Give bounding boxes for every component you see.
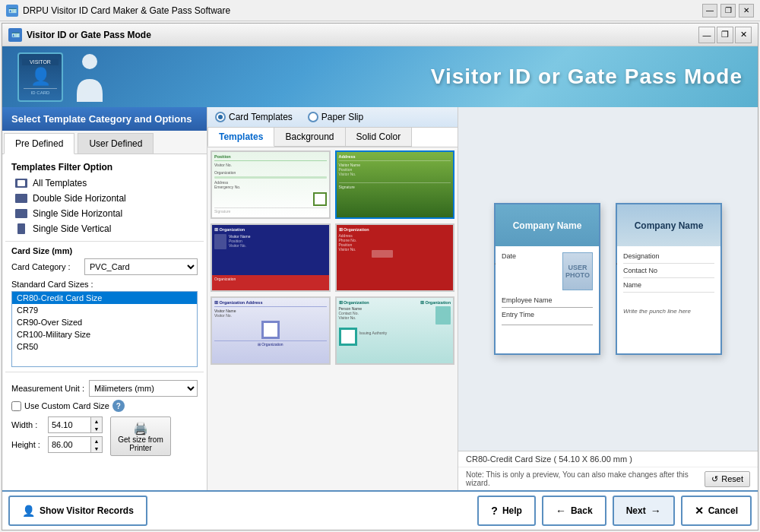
back-icon: ← xyxy=(556,505,566,517)
card-size-label: Card Size (mm) xyxy=(11,246,198,255)
measurement-select[interactable]: Milimeters (mm) xyxy=(89,380,198,397)
back-button[interactable]: ← Back xyxy=(542,496,606,526)
height-input-wrap: ▲ ▼ xyxy=(48,436,103,453)
maximize-button[interactable]: ❐ xyxy=(720,4,736,17)
width-input[interactable] xyxy=(49,417,90,432)
size-cr50[interactable]: CR50 xyxy=(12,340,197,353)
filter-single-vertical[interactable]: Single Side Vertical xyxy=(11,221,198,236)
custom-checkbox-input[interactable] xyxy=(11,401,21,411)
filter-double-label: Double Side Horizontal xyxy=(33,193,126,204)
single-horizontal-icon xyxy=(14,208,28,219)
card1-entry-field: Entry Time xyxy=(502,311,593,318)
filter-single-v-label: Single Side Vertical xyxy=(33,223,111,234)
main-content: Select Template Category and Options Pre… xyxy=(2,107,758,490)
double-horizontal-icon xyxy=(14,193,28,204)
tab-templates[interactable]: Templates xyxy=(207,128,274,147)
header-banner: VISITOR 👤 ID CARD Visitor ID or Gate Pas… xyxy=(2,46,758,107)
cancel-label: Cancel xyxy=(708,505,738,516)
help-icon[interactable]: ? xyxy=(112,400,125,412)
width-input-wrap: ▲ ▼ xyxy=(48,416,103,433)
app-icon: 🪪 xyxy=(6,5,18,17)
help-button[interactable]: ? Help xyxy=(477,496,536,526)
card2-top-band: Company Name xyxy=(617,204,720,246)
filter-single-horizontal[interactable]: Single Side Horizontal xyxy=(11,206,198,221)
measurement-row: Measurement Unit : Milimeters (mm) xyxy=(11,380,198,397)
window-icon: 🪪 xyxy=(8,28,22,42)
width-spin-up[interactable]: ▲ xyxy=(91,417,102,425)
next-button[interactable]: Next → xyxy=(613,496,675,526)
window-close-btn[interactable]: ✕ xyxy=(735,27,752,43)
card-category-select[interactable]: PVC_Card xyxy=(84,258,198,275)
templates-grid: Position Visitor No. Organization Addres… xyxy=(207,147,458,490)
card2-contact-field: Contact No xyxy=(623,267,714,274)
window-title: Visitor ID or Gate Pass Mode xyxy=(27,30,698,40)
tab-solid-color[interactable]: Solid Color xyxy=(346,128,413,147)
size-cr80[interactable]: CR80-Credit Card Size xyxy=(12,292,197,304)
size-cr90[interactable]: CR90-Over Sized xyxy=(12,316,197,328)
tab-background[interactable]: Background xyxy=(274,128,345,147)
filter-section: Templates Filter Option All Templates xyxy=(5,157,204,242)
size-cr79[interactable]: CR79 xyxy=(12,304,197,316)
card1-top-band: Company Name xyxy=(496,204,599,246)
height-spin-down[interactable]: ▼ xyxy=(91,445,102,452)
height-input[interactable] xyxy=(49,437,90,452)
title-bar: 🪪 DRPU Visitor ID Card Maker & Gate Pass… xyxy=(0,0,760,21)
card-templates-radio[interactable]: Card Templates xyxy=(215,112,293,122)
paper-slip-radio[interactable]: Paper Slip xyxy=(308,112,363,122)
tab-pre-defined[interactable]: Pre Defined xyxy=(4,133,74,154)
card1-employee-field: Employee Name xyxy=(502,296,593,304)
entry-label: Entry Time xyxy=(502,311,534,318)
tab-user-defined[interactable]: User Defined xyxy=(78,133,154,154)
filter-all-templates[interactable]: All Templates xyxy=(11,176,198,191)
templates-row-3: ⊞ Organization Address Visitor Name Visi… xyxy=(211,296,454,365)
filter-double-horizontal[interactable]: Double Side Horizontal xyxy=(11,191,198,206)
visitor-text: VISITOR xyxy=(22,59,59,65)
templates-panel: Card Templates Paper Slip Templates Back… xyxy=(207,107,458,490)
show-visitor-records-button[interactable]: 👤 Show Visitor Records xyxy=(8,496,147,526)
card1-company-name: Company Name xyxy=(513,220,582,231)
card-size-section: Card Size (mm) Card Category : PVC_Card … xyxy=(5,242,204,372)
cancel-button[interactable]: ✕ Cancel xyxy=(681,496,752,526)
paper-slip-radio-circle xyxy=(308,112,318,122)
width-label: Width : xyxy=(11,420,42,429)
template-card-3[interactable]: ⊞ Organization Visitor Name Position Vis… xyxy=(211,223,331,292)
bottom-bar: 👤 Show Visitor Records ? Help ← Back Nex… xyxy=(2,490,758,530)
reset-icon: ↺ xyxy=(711,474,718,484)
card2-name-field: Name xyxy=(623,281,714,289)
templates-row-2: ⊞ Organization Visitor Name Position Vis… xyxy=(211,223,454,292)
template-card-1[interactable]: Position Visitor No. Organization Addres… xyxy=(211,150,331,219)
measurement-section: Measurement Unit : Milimeters (mm) Use C… xyxy=(5,372,204,459)
standard-sizes-label: Standard Card Sizes : xyxy=(11,280,198,289)
size-cr100[interactable]: CR100-Military Size xyxy=(12,328,197,340)
custom-size-label: Use Custom Card Size xyxy=(24,401,109,410)
width-spinners: ▲ ▼ xyxy=(90,417,102,432)
height-spinners: ▲ ▼ xyxy=(90,437,102,452)
measurement-label: Measurement Unit : xyxy=(11,384,84,393)
reset-button[interactable]: ↺ Reset xyxy=(705,471,750,487)
card-category-row: Card Category : PVC_Card xyxy=(11,258,198,275)
template-card-5[interactable]: ⊞ Organization Address Visitor Name Visi… xyxy=(211,296,331,365)
width-spin-down[interactable]: ▼ xyxy=(91,425,102,432)
template-card-4[interactable]: ⊞ Organization Address Phone No. Positio… xyxy=(335,223,455,292)
card-templates-label: Card Templates xyxy=(229,112,293,122)
custom-size-checkbox[interactable]: Use Custom Card Size ? xyxy=(11,400,198,412)
close-button[interactable]: ✕ xyxy=(739,4,754,17)
app-title: DRPU Visitor ID Card Maker & Gate Pass S… xyxy=(23,5,702,16)
card2-designation-field: Designation xyxy=(623,252,714,260)
width-row: Width : ▲ ▼ xyxy=(11,416,103,433)
window-controls: — ❐ ✕ xyxy=(698,27,752,43)
window-maximize-btn[interactable]: ❐ xyxy=(717,27,733,43)
main-window: 🪪 Visitor ID or Gate Pass Mode — ❐ ✕ VIS… xyxy=(2,23,758,530)
show-records-label: Show Visitor Records xyxy=(40,505,134,516)
title-bar-controls: — ❐ ✕ xyxy=(702,4,754,17)
height-spin-up[interactable]: ▲ xyxy=(91,437,102,445)
template-card-2[interactable]: Address Visitor Name Position Visitor No… xyxy=(335,150,455,219)
template-card-6[interactable]: ⊞ Organization ⊞ Organization Person Nam… xyxy=(335,296,455,365)
date-label: Date xyxy=(502,252,516,260)
minimize-button[interactable]: — xyxy=(702,4,717,17)
help-icon: ? xyxy=(491,505,498,517)
card2-punchline: Write the punch line here xyxy=(623,308,714,315)
preview-card-2: Company Name ID Card Designation Contact… xyxy=(616,203,722,355)
window-minimize-btn[interactable]: — xyxy=(698,27,715,43)
get-size-button[interactable]: 🖨️ Get size from Printer xyxy=(110,416,171,456)
